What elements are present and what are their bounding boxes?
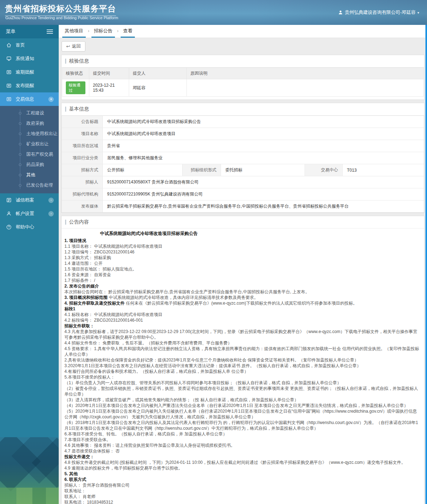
verification-panel: 核验信息 核验状态 提交时间 提交人 原因说明 核验通过 2023-12-21 …	[61, 55, 425, 100]
sidebar-item-system-notice[interactable]: 系统通知	[0, 52, 59, 65]
announcement-paragraph: 4.1 标段名称： 中试系统能源站闭式冷却塔改造项目	[64, 312, 421, 317]
announcement-paragraph: 1.1 项目名称： 中试系统能源站闭式冷却塔改造项目	[64, 243, 421, 249]
table-row: 公告标题中试系统能源站闭式冷却塔改造项目招标采购公告	[62, 116, 424, 128]
submenu-item[interactable]: 矿业权出让	[0, 139, 59, 149]
breadcrumb-item[interactable]: 查看	[121, 25, 135, 38]
announcement-paragraph: 4.有履行合同所必备的设备和技术能力。（投标人自行承诺，格式自拟，并加盖投标人单…	[64, 369, 421, 374]
submenu-item[interactable]: 药品采购	[0, 160, 59, 170]
chevron-down-icon: ▾	[48, 97, 54, 102]
submenu-item[interactable]: 工程建设	[0, 108, 59, 118]
sidebar-item-account-settings[interactable]: 帐户设置›	[0, 207, 59, 220]
submenu-item[interactable]: 政府采购	[0, 118, 59, 129]
field-value: 9152000071430580XT 贵州茅台酒股份有限公司	[103, 176, 424, 188]
sidebar-bottom-items: 诚信档案›帐户设置›帮助中心	[0, 193, 59, 234]
announcement-heading: 5. 其他	[64, 471, 421, 477]
table-row: 发布媒体黔云招采电子招标采购交易平台,贵州省国有企业生产资料综合服务平台,中国招…	[62, 200, 424, 213]
announcement-section-header: 公告内容	[62, 216, 424, 229]
announcement-heading: 标段1	[64, 306, 421, 312]
sidebar-item-label: 首页	[16, 42, 25, 48]
home-icon	[6, 42, 12, 48]
announcement-paragraph: 4.9 逾期送达的投标文件，电子招标投标交易平台将予以拒收。	[64, 465, 421, 471]
sidebar-item-label: 帮助中心	[16, 224, 34, 230]
user-name: 贵州弘典建设咨询有限公司-邓廷容	[345, 9, 416, 16]
user-icon	[6, 211, 12, 216]
app-title: 贵州省招标投标公共服务平台	[5, 3, 116, 16]
submenu-item[interactable]: 国有产权交易	[0, 149, 59, 160]
sidebar-menu-header: 菜单	[0, 25, 59, 38]
sidebar-item-overdue-reminder[interactable]: 逾期提醒	[0, 65, 59, 79]
back-button[interactable]: ↩ 返回	[62, 41, 85, 52]
announcement-paragraph: 2.具有依法缴纳税收和社会保障资金的良好记录：提供2023年1月至今任意三个月缴…	[64, 357, 421, 363]
help-icon	[6, 224, 12, 230]
field-value: 公开招标	[103, 164, 183, 176]
field-value: 居民服务、修理和其他服务业	[103, 152, 424, 164]
sidebar-item-trade-info[interactable]: 交易信息 ▾	[0, 92, 59, 106]
announcement-paragraph: （4）2020年1月1日至本项目公告发布之日内被列入严重违法失信企业名单（自行承…	[64, 403, 421, 408]
announcement-paragraph: 联系电话： 18183485312	[64, 499, 421, 504]
status-badge: 核验通过	[66, 81, 85, 94]
col-reason: 原因说明	[187, 68, 424, 79]
back-arrow-icon: ↩	[66, 44, 70, 49]
table-row: 项目名称中试系统能源站闭式冷却塔改造项目	[62, 128, 424, 140]
field-label: 发布媒体	[62, 200, 103, 213]
announcement-content: 中试系统能源站闭式冷却塔改造项目招标采购公告1. 项目情况1.1 项目名称： 中…	[62, 229, 424, 504]
archive-icon	[6, 197, 12, 203]
breadcrumb: 其他项目›招标公告›查看	[59, 25, 427, 38]
field-label: 交易中心	[305, 164, 343, 176]
announcement-paragraph: 1.7 招标条件： /	[64, 278, 421, 283]
submit-time: 2023-12-21 15:43	[89, 79, 129, 97]
field-label: 项目所在区域	[62, 140, 103, 152]
announcement-paragraph: 3.2020年1月1日至本项目公告发布之日内投标人在经营活动中没有重大违法记录：…	[64, 363, 421, 369]
breadcrumb-separator: ›	[86, 25, 91, 38]
announcement-heading: 2. 发布公告的媒介	[64, 283, 421, 289]
section-title: 公告内容	[69, 219, 89, 225]
announcement-paragraph: 7.本项目不接受联合体。	[64, 437, 421, 443]
col-time: 提交时间	[89, 68, 129, 79]
submenu-item[interactable]: 已发公告处理	[0, 180, 59, 191]
field-label: 招标组织形式	[183, 164, 221, 176]
breadcrumb-item[interactable]: 其他项目	[62, 25, 86, 38]
toolbar: ↩ 返回	[59, 38, 427, 55]
sidebar-item-publish-reminder[interactable]: 发布提醒	[0, 79, 59, 92]
basic-info-section-header: 基本信息	[62, 103, 424, 116]
sidebar-item-label: 系统通知	[16, 55, 34, 62]
announcement-paragraph: 4.5 资格要求： 1.具有中华人民共和国境内依法登记注册的独立法人资格，具有独…	[64, 346, 421, 357]
sidebar-top-items: 首页系统通知逾期提醒发布提醒	[0, 38, 59, 92]
col-submitter: 提交人	[129, 68, 187, 79]
breadcrumb-item[interactable]: 招标公告	[91, 25, 115, 38]
chevron-right-icon: ›	[48, 211, 54, 216]
sidebar-item-home[interactable]: 首页	[0, 38, 59, 52]
field-value: 91520000722109905K 贵州弘典建设咨询有限公司	[103, 188, 424, 200]
sidebar-item-help-center[interactable]: 帮助中心	[0, 220, 59, 234]
user-menu[interactable]: 贵州弘典建设咨询有限公司-邓廷容 ▾	[338, 9, 419, 16]
announcement-paragraph: 4.3 凡有意参加投标者，请于2023-12-22 09:00至2023-12-…	[64, 329, 421, 340]
sidebar-item-integrity-archive[interactable]: 诚信档案›	[0, 193, 59, 207]
sidebar-submenu: 工程建设政府采购土地使用权出让矿业权出让国有产权交易药品采购其他已发公告处理	[0, 106, 59, 193]
section-bar-icon	[65, 107, 66, 112]
hamburger-icon[interactable]	[47, 28, 53, 35]
field-label: 招标代理机构	[62, 188, 103, 200]
main-content: 其他项目›招标公告›查看 ↩ 返回 核验信息 核验状态 提交时间 提交人 原因说…	[59, 25, 427, 504]
section-title: 核验信息	[69, 58, 89, 64]
submenu-item[interactable]: 其他	[0, 170, 59, 180]
user-icon	[338, 10, 343, 15]
announcement-paragraph: 本次招标公告同时在： 黔云招采电子招标采购交易平台,贵州省国有企业生产资料综合服…	[64, 289, 421, 295]
scrollbar-thumb[interactable]	[425, 25, 427, 504]
field-label: 项目行业分类	[62, 152, 103, 164]
announcement-paragraph: （5）2020年1月1日至本项目公告发布之日内被列入失信被执行人名单（自行承诺2…	[64, 408, 421, 420]
announcement-paragraph: 6.本项目不接受分包、转包。（投标人自行承诺，格式自拟，并 加盖投标人单位公章）	[64, 431, 421, 437]
announcement-paragraph: 3. 项目概况和招标范围 中试系统能源站闭式冷却塔改造，具体内容详见招标清单技术…	[64, 295, 421, 300]
submenu-item[interactable]: 土地使用权出让	[0, 129, 59, 139]
field-label: 公告标题	[62, 116, 103, 128]
field-value: 黔云招采电子招标采购交易平台,贵州省国有企业生产资料综合服务平台,中国招投标公共…	[103, 200, 424, 213]
monitor-icon	[6, 56, 12, 61]
announcement-paragraph: 4. 招标文件获取及递交投标文件 任何未在《黔云招采电子招标采购交易平台》(ww…	[64, 300, 421, 306]
section-title: 基本信息	[69, 106, 89, 112]
announcement-paragraph: 4.7 是否接受联合体投标： 否	[64, 448, 421, 454]
announcement-heading: 1. 项目情况	[64, 238, 421, 243]
basic-info-table: 公告标题中试系统能源站闭式冷却塔改造项目招标采购公告项目名称中试系统能源站闭式冷…	[62, 116, 424, 213]
announcement-heading: 6. 联系方式	[64, 477, 421, 482]
menu-label: 菜单	[6, 28, 16, 35]
announcement-paragraph: 1.3 采购方式： 招标采购	[64, 255, 421, 261]
announcement-paragraph: 4.6 其他事项： 报名资料：请上传营业执照复印件加盖公章及法人身份证明或授权委…	[64, 443, 421, 448]
